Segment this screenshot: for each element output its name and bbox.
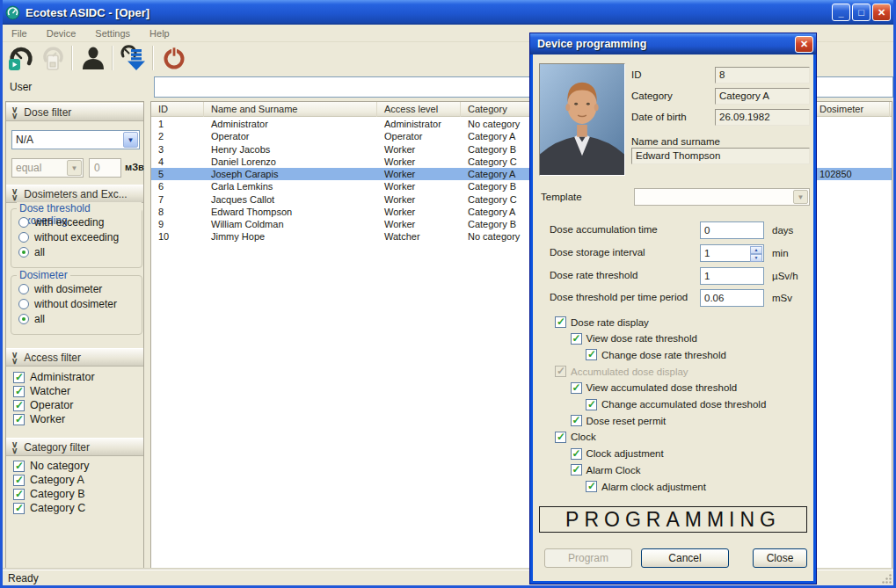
checkbox[interactable] — [586, 349, 597, 360]
radio-button[interactable] — [18, 217, 29, 228]
field-input-1[interactable]: 0 — [700, 221, 764, 239]
tree-item-change-accumulated-dose-threshold[interactable]: Change accumulated dose threshold — [586, 399, 766, 410]
collapse-chevron-icon: ∨∨ — [11, 352, 17, 364]
checkbox[interactable] — [13, 503, 25, 514]
power-exit-icon[interactable] — [159, 44, 189, 72]
menu-item-settings[interactable]: Settings — [93, 27, 132, 40]
dialog-title-bar[interactable]: Device programming ✕ — [530, 33, 816, 54]
menu-item-file[interactable]: File — [10, 27, 29, 40]
table-cell: Administrator — [377, 118, 461, 130]
user-icon[interactable] — [78, 44, 108, 72]
radio-option[interactable]: all — [18, 246, 45, 258]
dialog-close-button[interactable]: ✕ — [795, 36, 813, 53]
field-input-3[interactable]: 1 — [700, 267, 764, 285]
dose-filter-threshold-input: 0 — [89, 158, 121, 178]
table-cell: Worker — [377, 180, 461, 192]
table-cell: 7 — [151, 193, 204, 206]
tree-item-view-accumulated-dose-threshold[interactable]: View accumulated dose threshold — [571, 382, 738, 394]
dosimeter-offline-icon[interactable] — [38, 44, 68, 72]
tree-item-change-dose-rate-threshold[interactable]: Change dose rate threshold — [586, 349, 726, 360]
table-cell: Operator — [204, 130, 377, 142]
checkbox[interactable] — [586, 481, 597, 492]
dosimeter-start-icon[interactable] — [5, 44, 35, 72]
field-input-2[interactable]: 1▲▼ — [700, 244, 764, 262]
field-label: Dose threshold per time period — [550, 292, 688, 302]
access-filter-item-administrator[interactable]: Administrator — [13, 371, 95, 383]
radio-button[interactable] — [18, 232, 29, 243]
checkbox-label: Administrator — [30, 371, 95, 383]
close-button[interactable]: ✕ — [872, 4, 891, 21]
table-cell: Worker — [377, 143, 461, 156]
menu-item-help[interactable]: Help — [148, 27, 171, 40]
column-header-name-and-surname[interactable]: Name and Surname — [204, 102, 377, 117]
radio-button[interactable] — [18, 314, 29, 324]
category-filter-item-category-c[interactable]: Category C — [13, 502, 85, 514]
dose-filter-header[interactable]: ∨∨ Dose filter — [6, 103, 143, 121]
checkbox[interactable] — [555, 316, 566, 328]
radio-button[interactable] — [18, 247, 29, 258]
access-filter-item-operator[interactable]: Operator — [13, 399, 73, 411]
category-filter-item-category-a[interactable]: Category A — [13, 474, 84, 486]
checkbox[interactable] — [13, 489, 25, 500]
radio-option[interactable]: with exceeding — [18, 216, 104, 229]
cancel-button[interactable]: Cancel — [641, 548, 729, 568]
checkbox[interactable] — [571, 382, 582, 394]
close-button[interactable]: Close — [753, 548, 807, 568]
dosimeters-panel-header[interactable]: ∨∨ Dosimeters and Exc... — [6, 185, 143, 203]
radio-option[interactable]: all — [18, 313, 45, 325]
radio-button[interactable] — [18, 299, 29, 309]
column-header-dosimeter[interactable]: Dosimeter — [812, 102, 890, 117]
tree-item-alarm-clock[interactable]: Alarm Clock — [571, 464, 641, 475]
field-input-4[interactable]: 0.06 — [700, 289, 764, 307]
checkbox[interactable] — [571, 464, 582, 475]
chevron-down-icon[interactable]: ▼ — [123, 132, 138, 148]
access-filter-item-watcher[interactable]: Watcher — [13, 385, 70, 397]
collapse-chevron-icon: ∨∨ — [11, 188, 17, 200]
tree-item-label: Dose rate display — [571, 317, 649, 328]
tree-item-clock[interactable]: Clock — [555, 432, 596, 443]
spinner-down-icon[interactable]: ▼ — [750, 254, 762, 262]
checkbox[interactable] — [13, 400, 25, 411]
tree-item-dose-reset-permit[interactable]: Dose reset permit — [571, 415, 667, 426]
menu-item-device[interactable]: Device — [45, 27, 78, 40]
category-filter-item-no-category[interactable]: No category — [13, 460, 89, 472]
checkbox[interactable] — [13, 386, 25, 397]
tree-item-alarm-clock-adjustment[interactable]: Alarm clock adjustment — [586, 481, 706, 492]
collapse-chevron-icon: ∨∨ — [11, 106, 17, 119]
dose-filter-mode-combo[interactable]: N/A ▼ — [11, 130, 140, 149]
spinner-control[interactable]: ▲▼ — [750, 246, 762, 260]
category-filter-item-category-b[interactable]: Category B — [13, 488, 85, 500]
column-header-id[interactable]: ID — [151, 102, 204, 117]
checkbox[interactable] — [555, 432, 566, 443]
checkbox[interactable] — [586, 399, 597, 410]
checkbox[interactable] — [13, 461, 25, 472]
category-filter-header[interactable]: ∨∨ Category filter — [6, 438, 143, 456]
tree-item-clock-adjustment[interactable]: Clock adjustment — [571, 448, 664, 460]
access-filter-item-worker[interactable]: Worker — [13, 413, 65, 425]
checkbox[interactable] — [571, 333, 582, 345]
read-device-data-icon[interactable] — [119, 44, 149, 72]
radio-option[interactable]: with dosimeter — [18, 283, 102, 295]
tree-item-view-dose-rate-threshold[interactable]: View dose rate threshold — [571, 333, 697, 345]
checkbox[interactable] — [13, 475, 25, 486]
checkbox[interactable] — [571, 448, 582, 460]
field-value: 1 — [704, 248, 710, 258]
toolbar-separator — [112, 46, 113, 70]
title-bar[interactable]: Ecotest ASIDC - [Oper] _ □ ✕ — [0, 0, 896, 25]
radio-option[interactable]: without exceeding — [18, 231, 119, 243]
checkbox[interactable] — [571, 415, 582, 426]
tree-item-dose-rate-display[interactable]: Dose rate display — [555, 316, 649, 328]
spinner-up-icon[interactable]: ▲ — [750, 246, 762, 254]
tree-item-accumulated-dose-display[interactable]: Accumulated dose display — [555, 366, 688, 377]
access-filter-header[interactable]: ∨∨ Access filter — [6, 348, 143, 367]
checkbox[interactable] — [13, 372, 25, 383]
table-cell: 9 — [151, 218, 204, 230]
radio-option[interactable]: without dosimeter — [18, 298, 117, 310]
maximize-button[interactable]: □ — [852, 4, 871, 21]
column-header-access-level[interactable]: Access level — [377, 102, 461, 117]
checkbox[interactable] — [13, 414, 25, 425]
radio-button[interactable] — [18, 284, 29, 294]
field-label: Dose rate threshold — [550, 270, 637, 280]
resize-grip[interactable] — [881, 573, 892, 584]
minimize-button[interactable]: _ — [832, 4, 850, 21]
